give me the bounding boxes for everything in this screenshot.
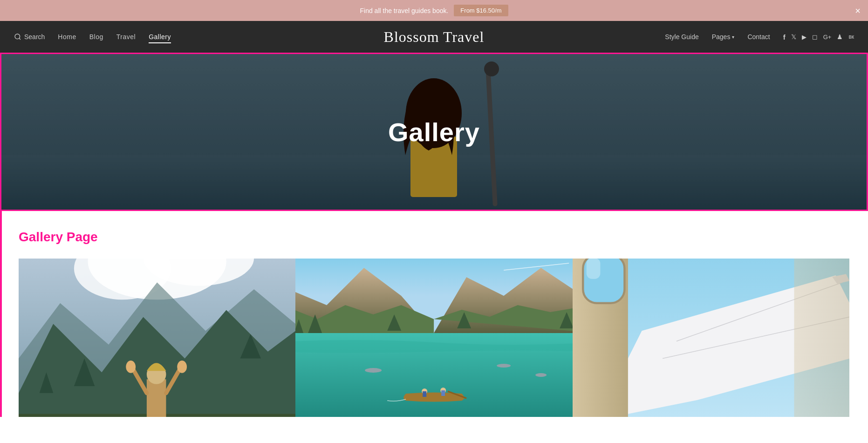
svg-rect-15	[147, 379, 166, 417]
nav-link-home[interactable]: Home	[58, 33, 76, 41]
google-plus-icon[interactable]: G+	[823, 34, 832, 41]
svg-point-0	[15, 34, 20, 39]
gallery-grid	[19, 259, 849, 417]
nav-item-blog[interactable]: Blog	[89, 33, 103, 41]
svg-rect-40	[586, 259, 600, 279]
gallery-image-airplane[interactable]	[573, 259, 849, 417]
gallery-image-mountains[interactable]	[19, 259, 295, 417]
user-icon[interactable]: ♟	[837, 33, 843, 41]
nav-link-contact[interactable]: Contact	[747, 33, 770, 41]
nav-item-home[interactable]: Home	[58, 33, 76, 41]
hero-banner: Gallery	[0, 53, 868, 211]
nav-link-pages[interactable]: Pages ▾	[712, 33, 735, 41]
svg-point-30	[497, 364, 511, 368]
twitter-icon[interactable]: 𝕏	[791, 33, 796, 41]
main-content: Gallery Page	[0, 211, 868, 417]
svg-point-19	[177, 361, 187, 373]
search-icon	[14, 33, 21, 41]
social-links: f 𝕏 ▶ ◻ G+ ♟ вк	[783, 33, 854, 41]
search-label: Search	[24, 33, 45, 41]
svg-line-1	[19, 38, 21, 40]
airplane-scene-svg	[573, 259, 849, 417]
svg-rect-36	[794, 259, 849, 417]
svg-rect-27	[441, 390, 445, 396]
gallery-image-lake[interactable]	[295, 259, 572, 417]
nav-link-gallery[interactable]: Gallery	[149, 33, 171, 43]
chevron-down-icon: ▾	[732, 34, 734, 40]
nav-item-gallery[interactable]: Gallery	[149, 33, 171, 41]
instagram-icon[interactable]: ◻	[812, 33, 818, 41]
search-button[interactable]: Search	[14, 33, 45, 41]
nav-left: Search Home Blog Travel Gallery	[14, 33, 171, 41]
hero-title: Gallery	[388, 117, 480, 147]
svg-point-9	[484, 61, 499, 76]
gallery-page-title: Gallery Page	[19, 230, 849, 245]
left-indicator	[0, 211, 2, 417]
svg-point-18	[126, 361, 136, 373]
announcement-button[interactable]: From $16.50/m	[454, 5, 508, 16]
svg-point-29	[365, 368, 382, 373]
lake-scene-svg	[295, 259, 572, 417]
gallery-item-2[interactable]	[295, 259, 572, 417]
nav-item-travel[interactable]: Travel	[116, 33, 136, 41]
nav-links: Home Blog Travel Gallery	[58, 33, 171, 41]
announcement-bar: Find all the travel guides book. From $1…	[0, 0, 868, 21]
nav-link-blog[interactable]: Blog	[89, 33, 103, 41]
site-logo[interactable]: Blossom Travel	[384, 28, 485, 46]
gallery-item-3[interactable]	[573, 259, 849, 417]
youtube-icon[interactable]: ▶	[802, 34, 806, 41]
nav-right: Style Guide Pages ▾ Contact f 𝕏 ▶ ◻ G+ ♟…	[665, 33, 854, 41]
navbar: Search Home Blog Travel Gallery Blossom …	[0, 21, 868, 53]
svg-point-31	[535, 373, 547, 377]
nav-link-style-guide[interactable]: Style Guide	[665, 33, 698, 41]
vk-icon[interactable]: вк	[848, 34, 854, 40]
mountains-scene-svg	[19, 259, 295, 417]
gallery-item-1[interactable]	[19, 259, 295, 417]
announcement-text: Find all the travel guides book.	[360, 7, 448, 14]
announcement-close-button[interactable]: ×	[855, 6, 861, 15]
nav-link-travel[interactable]: Travel	[116, 33, 136, 41]
svg-rect-26	[423, 391, 426, 397]
facebook-icon[interactable]: f	[783, 33, 786, 41]
